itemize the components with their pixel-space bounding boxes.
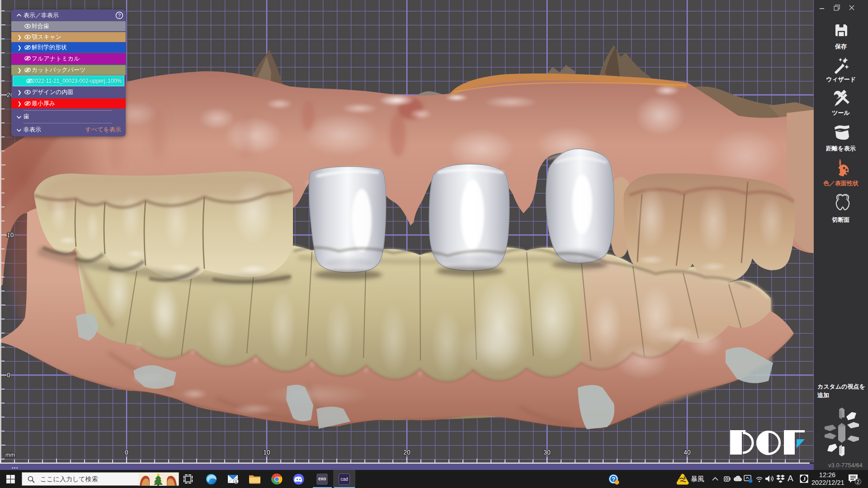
svg-text:0: 0 xyxy=(7,371,10,379)
svg-text:10: 10 xyxy=(263,449,270,456)
svg-text:40: 40 xyxy=(684,449,691,456)
svg-text:mm: mm xyxy=(5,451,15,458)
svg-text:?: ? xyxy=(612,476,615,483)
svg-text:0: 0 xyxy=(125,449,128,456)
svg-text:10: 10 xyxy=(7,231,14,239)
svg-text:30: 30 xyxy=(543,449,551,456)
svg-text:1: 1 xyxy=(235,479,237,484)
svg-text:2: 2 xyxy=(857,479,859,484)
svg-text:?: ? xyxy=(118,13,121,18)
svg-text:J: J xyxy=(803,476,806,482)
svg-text:20: 20 xyxy=(403,449,410,456)
